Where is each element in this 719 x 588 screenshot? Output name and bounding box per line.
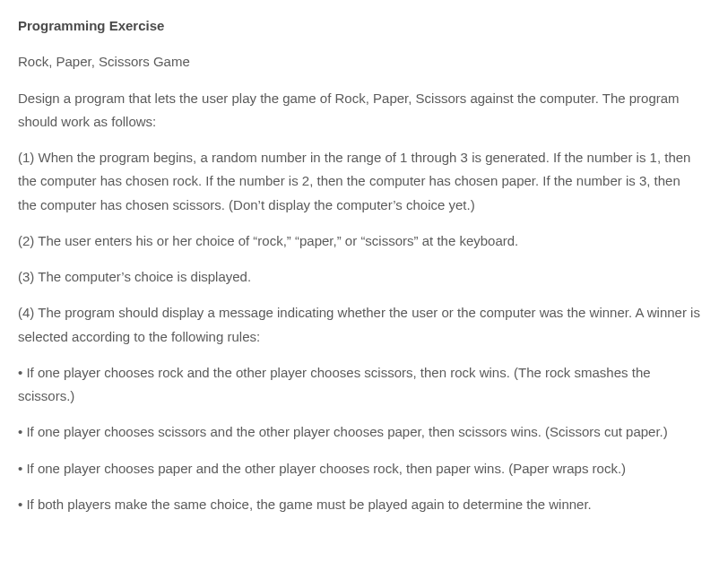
document-title: Programming Exercise xyxy=(18,14,701,38)
step-4: (4) The program should display a message… xyxy=(18,301,701,349)
rule-3: • If one player chooses paper and the ot… xyxy=(18,457,701,480)
rule-2: • If one player chooses scissors and the… xyxy=(18,420,701,444)
step-3: (3) The computer’s choice is displayed. xyxy=(18,265,701,289)
document-subtitle: Rock, Paper, Scissors Game xyxy=(18,50,701,74)
intro-paragraph: Design a program that lets the user play… xyxy=(18,87,701,134)
step-2: (2) The user enters his or her choice of… xyxy=(18,229,701,253)
rule-1: • If one player chooses rock and the oth… xyxy=(18,361,701,409)
step-1: (1) When the program begins, a random nu… xyxy=(18,146,701,217)
rule-4: • If both players make the same choice, … xyxy=(18,493,701,516)
